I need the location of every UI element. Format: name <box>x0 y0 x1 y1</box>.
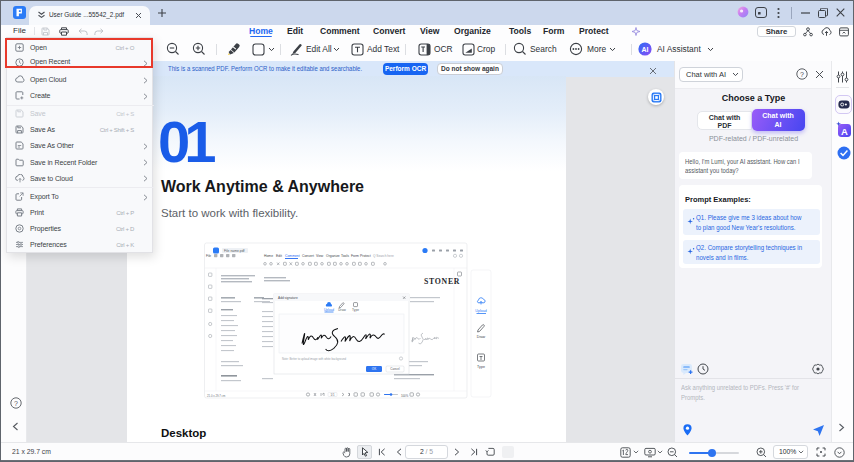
svg-text:OK: OK <box>372 367 376 371</box>
svg-text:Q Search here: Q Search here <box>373 254 394 258</box>
svg-text:Upload: Upload <box>324 308 334 312</box>
svg-text:Tools: Tools <box>341 254 349 258</box>
svg-text:Draw: Draw <box>338 308 346 312</box>
svg-text:Upload: Upload <box>475 309 486 313</box>
svg-text:Home: Home <box>264 254 273 258</box>
svg-text:File: File <box>206 254 211 258</box>
svg-text:Comment: Comment <box>285 254 300 258</box>
svg-text:Add signature: Add signature <box>278 296 298 300</box>
svg-text:100%: 100% <box>401 394 409 398</box>
svg-text:AI: AI <box>642 46 649 53</box>
svg-text:A: A <box>841 126 848 137</box>
svg-text:File name.pdf: File name.pdf <box>224 249 245 253</box>
svg-text:?: ? <box>14 400 18 407</box>
svg-text:1/1: 1/1 <box>331 393 335 397</box>
svg-text:Edit: Edit <box>276 254 282 258</box>
svg-text:Form: Form <box>351 254 359 258</box>
svg-text:Cancel: Cancel <box>390 367 400 371</box>
svg-text:Convert: Convert <box>302 254 314 258</box>
svg-text:Type: Type <box>352 308 359 312</box>
svg-text:Protect: Protect <box>360 254 371 258</box>
svg-text:Note: Better to upload image w: Note: Better to upload image with white … <box>282 357 346 361</box>
svg-text:21.0 x 29.7 cm: 21.0 x 29.7 cm <box>207 394 226 398</box>
svg-text:Draw: Draw <box>477 335 486 339</box>
svg-text:Organize: Organize <box>326 254 340 258</box>
svg-text:Type: Type <box>477 365 485 369</box>
svg-text:?: ? <box>800 71 804 78</box>
svg-text:STONER: STONER <box>424 277 460 286</box>
svg-text:View: View <box>316 254 324 258</box>
